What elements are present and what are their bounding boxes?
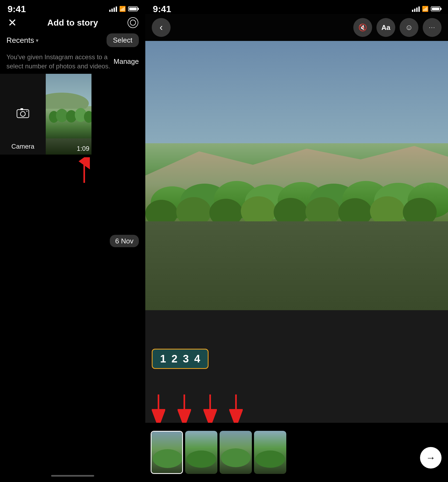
camera-cell[interactable]: Camera (0, 74, 46, 155)
landscape-svg (145, 143, 448, 221)
battery-icon-right (431, 6, 440, 11)
battery-icon (128, 6, 138, 11)
more-icon: ··· (429, 24, 435, 31)
arrow-up-icon (76, 157, 92, 184)
camera-icon (16, 107, 30, 121)
close-icon: ✕ (8, 16, 17, 29)
next-icon: → (426, 452, 436, 463)
number-1: 1 (160, 353, 166, 365)
sound-icon: 🔇 (358, 23, 367, 32)
text-button[interactable]: Aa (376, 18, 395, 37)
text-icon: Aa (381, 23, 390, 32)
time-right: 9:41 (153, 4, 171, 14)
sound-button[interactable]: 🔇 (353, 18, 372, 37)
film-thumb-3[interactable] (220, 431, 252, 474)
home-indicator-left (51, 475, 94, 477)
permission-notice: You've given Instagram access to a selec… (0, 49, 145, 74)
chevron-down-icon: ▾ (36, 37, 38, 44)
status-icons-left: 📶 (109, 6, 138, 12)
number-3: 3 (183, 353, 189, 365)
video-thumbnail[interactable]: 1:09 (46, 74, 91, 155)
number-2: 2 (171, 353, 177, 365)
settings-button[interactable] (127, 17, 139, 29)
wifi-icon-right: 📶 (422, 6, 429, 12)
manage-button[interactable]: Manage (114, 57, 139, 66)
status-icons-right: 📶 (412, 6, 440, 12)
video-duration: 1:09 (77, 145, 89, 152)
arrow-down-4 (229, 393, 243, 423)
editor-main: 1 2 3 4 (145, 41, 448, 482)
number-label-box: 1 2 3 4 (152, 349, 209, 369)
toolbar-icons: 🔇 Aa ☺ ··· (353, 18, 442, 37)
sticker-icon: ☺ (405, 23, 413, 32)
recents-dropdown[interactable]: Recents ▾ (6, 36, 38, 45)
film-strip: → (145, 423, 448, 482)
media-grid: Camera (0, 74, 145, 155)
svg-point-47 (221, 448, 251, 467)
top-nav: ✕ Add to story (0, 14, 145, 31)
sky-area (145, 41, 448, 143)
settings-icon (128, 17, 138, 28)
arrow-up-container (23, 155, 145, 187)
editor-toolbar: ‹ 🔇 Aa ☺ ··· (145, 14, 448, 41)
select-button[interactable]: Select (107, 33, 139, 47)
arrow-down-1 (152, 393, 165, 423)
number-4: 4 (194, 353, 200, 365)
svg-point-1 (20, 111, 25, 116)
arrow-down-2 (178, 393, 191, 423)
date-badge-text: 6 Nov (110, 235, 139, 247)
recents-row: Recents ▾ Select (0, 31, 145, 49)
recents-label-text: Recents (6, 36, 34, 45)
date-badge: 6 Nov (110, 237, 139, 245)
time-left: 9:41 (8, 4, 26, 14)
signal-icon-right (412, 6, 420, 12)
camera-label: Camera (11, 143, 34, 150)
right-panel: 9:41 📶 ‹ 🔇 Aa ☺ (145, 0, 448, 482)
svg-rect-2 (20, 108, 23, 110)
landscape-area (145, 143, 448, 221)
lower-area (145, 221, 448, 310)
arrows-container (152, 393, 243, 423)
left-panel: 9:41 📶 ✕ Add to story Rece (0, 0, 145, 482)
film-thumb-4[interactable] (254, 431, 286, 474)
film-thumb-1[interactable] (151, 431, 183, 474)
more-button[interactable]: ··· (423, 18, 442, 37)
page-title: Add to story (47, 18, 98, 28)
next-button[interactable]: → (420, 447, 442, 469)
svg-point-43 (153, 449, 182, 468)
status-bar-right: 9:41 📶 (145, 0, 448, 14)
permission-text: You've given Instagram access to a selec… (6, 53, 110, 71)
wifi-icon: 📶 (119, 6, 126, 12)
back-button[interactable]: ‹ (152, 18, 171, 37)
svg-point-3 (26, 111, 27, 112)
signal-icon (109, 6, 117, 12)
svg-point-45 (186, 450, 216, 468)
svg-point-49 (255, 450, 285, 468)
status-bar-left: 9:41 📶 (0, 0, 145, 14)
sticker-button[interactable]: ☺ (400, 18, 418, 37)
film-thumb-2[interactable] (185, 431, 217, 474)
arrow-down-3 (203, 393, 217, 423)
back-icon: ‹ (160, 22, 163, 33)
video-image (46, 74, 91, 155)
close-button[interactable]: ✕ (6, 17, 18, 29)
